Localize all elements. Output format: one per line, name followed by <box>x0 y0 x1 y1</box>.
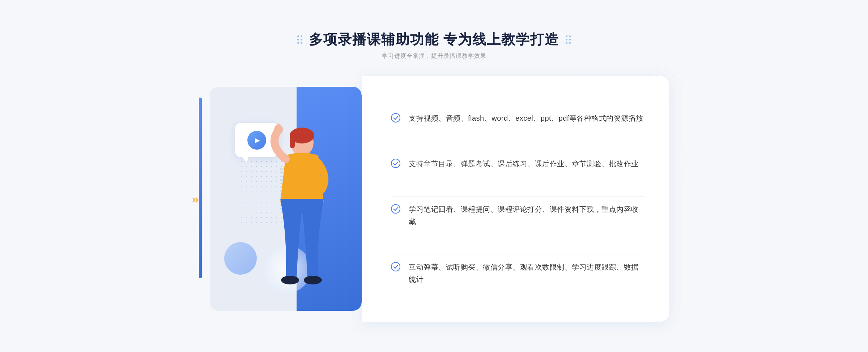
main-card: » 支持视频、音频、flash、word、excel、ppt、pdf等各种格式的… <box>199 76 669 322</box>
svg-point-12 <box>391 205 400 213</box>
content-card: 支持视频、音频、flash、word、excel、ppt、pdf等各种格式的资源… <box>362 76 669 322</box>
feature-item-4: 互动弹幕、试听购买、微信分享、观看次数限制、学习进度跟踪、数据统计 <box>391 254 644 292</box>
person-figure <box>246 123 340 311</box>
check-circle-icon-1 <box>391 113 401 123</box>
page-container: 多项录播课辅助功能 专为线上教学打造 学习进度全掌握，提升录播课教学效果 <box>0 0 868 352</box>
feature-item-1: 支持视频、音频、flash、word、excel、ppt、pdf等各种格式的资源… <box>391 106 644 131</box>
svg-point-3 <box>281 276 299 284</box>
check-circle-icon-4 <box>391 262 401 272</box>
illustration-side: » <box>199 76 373 322</box>
page-subtitle: 学习进度全掌握，提升录播课教学效果 <box>297 52 571 60</box>
feature-item-3: 学习笔记回看、课程提问、课程评论打分、课件资料下载，重点内容收藏 <box>391 196 644 234</box>
illustration-background <box>210 87 362 311</box>
right-dots-decoration <box>566 35 571 44</box>
blue-accent-bar <box>199 98 202 278</box>
feature-text-1: 支持视频、音频、flash、word、excel、ppt、pdf等各种格式的资源… <box>409 112 643 124</box>
svg-point-9 <box>268 123 269 125</box>
svg-rect-2 <box>290 134 295 148</box>
feature-text-3: 学习笔记回看、课程提问、课程评论打分、课件资料下载，重点内容收藏 <box>409 203 644 228</box>
page-title: 多项录播课辅助功能 专为线上教学打造 <box>309 30 559 49</box>
svg-point-10 <box>391 113 400 122</box>
page-header: 多项录播课辅助功能 专为线上教学打造 学习进度全掌握，提升录播课教学效果 <box>297 30 571 60</box>
title-row: 多项录播课辅助功能 专为线上教学打造 <box>297 30 571 49</box>
left-dots-decoration <box>297 35 302 44</box>
svg-point-4 <box>304 276 322 284</box>
chevron-decoration: » <box>192 192 196 206</box>
svg-point-11 <box>391 159 400 168</box>
check-circle-icon-2 <box>391 158 401 168</box>
feature-text-2: 支持章节目录、弹题考试、课后练习、课后作业、章节测验、批改作业 <box>409 158 639 170</box>
svg-point-7 <box>269 124 273 128</box>
svg-rect-6 <box>277 124 280 130</box>
svg-point-13 <box>391 262 400 271</box>
check-circle-icon-3 <box>391 204 401 214</box>
svg-point-8 <box>265 128 267 130</box>
feature-item-2: 支持章节目录、弹题考试、课后练习、课后作业、章节测验、批改作业 <box>391 151 644 176</box>
feature-text-4: 互动弹幕、试听购买、微信分享、观看次数限制、学习进度跟踪、数据统计 <box>409 261 644 286</box>
